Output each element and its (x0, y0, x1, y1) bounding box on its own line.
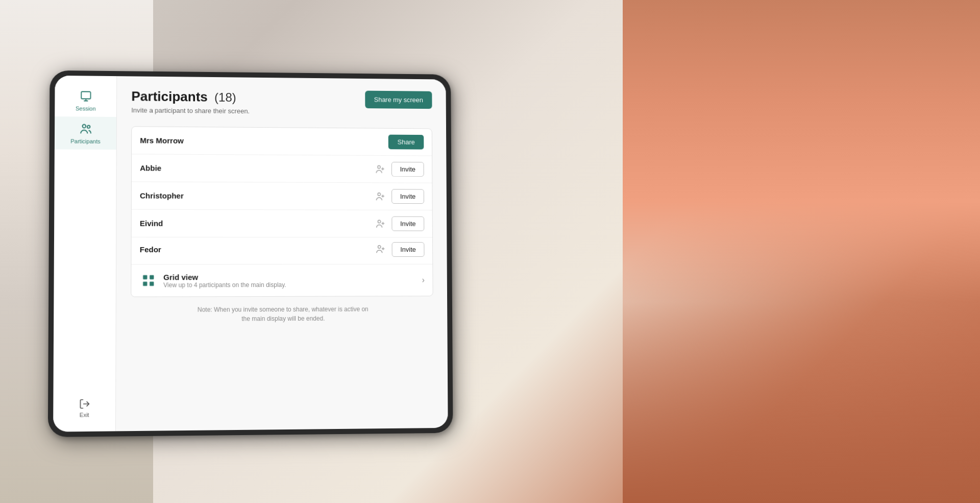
invite-button[interactable]: Invite (391, 217, 424, 231)
chevron-right-icon: › (422, 276, 424, 285)
page-title: Participants (18) (131, 88, 250, 105)
tablet-screen: Session Participants (53, 76, 448, 432)
participant-actions: Share (388, 135, 424, 150)
participants-icon (78, 122, 93, 136)
participant-name: Abbie (140, 163, 373, 173)
svg-point-2 (87, 126, 90, 128)
note-line1: Note: When you invite someone to share, … (198, 305, 369, 313)
grid-view-row[interactable]: Grid view View up to 4 participants on t… (131, 264, 432, 297)
person-share-icon (374, 242, 388, 256)
invite-button[interactable]: Invite (391, 242, 424, 257)
person-share-icon (374, 189, 388, 204)
invite-button[interactable]: Invite (391, 162, 424, 177)
note-line2: the main display will be ended. (241, 315, 325, 323)
grid-view-title: Grid view (163, 272, 286, 281)
svg-rect-8 (143, 275, 147, 279)
participants-label: Participants (70, 138, 100, 144)
participant-actions: Invite (374, 217, 424, 231)
svg-point-5 (378, 193, 380, 195)
participant-actions: Invite (373, 162, 424, 177)
svg-rect-10 (143, 282, 147, 286)
table-row: Christopher Invite (132, 182, 432, 210)
svg-rect-0 (81, 91, 90, 99)
svg-rect-11 (150, 282, 154, 286)
exit-icon (79, 398, 90, 410)
svg-point-1 (82, 125, 86, 128)
exit-label: Exit (80, 412, 89, 418)
background-right (623, 0, 980, 503)
table-row: Fedor Invite (131, 237, 432, 264)
participant-name: Eivind (140, 219, 374, 228)
tablet-device: Session Participants (48, 70, 453, 437)
participants-list: Mrs Morrow Share Abbie (131, 126, 433, 297)
participant-name: Christopher (140, 191, 374, 200)
participant-actions: Invite (374, 189, 424, 204)
note-text: Note: When you invite someone to share, … (131, 304, 433, 324)
svg-point-7 (378, 246, 380, 248)
share-my-screen-button[interactable]: Share my screen (365, 91, 432, 109)
invite-button[interactable]: Invite (391, 189, 424, 204)
session-label: Session (76, 105, 96, 111)
table-row: Mrs Morrow Share (132, 127, 432, 156)
session-icon (79, 89, 93, 103)
grid-view-text: Grid view View up to 4 participants on t… (163, 272, 286, 288)
sidebar-exit[interactable]: Exit (53, 393, 115, 423)
sidebar-item-session[interactable]: Session (55, 84, 116, 117)
grid-view-subtitle: View up to 4 participants on the main di… (163, 281, 286, 288)
person-share-icon (374, 217, 388, 231)
participant-count: (18) (214, 90, 236, 104)
grid-icon (140, 272, 157, 289)
participant-actions: Invite (374, 242, 424, 257)
participant-name: Fedor (140, 245, 374, 253)
sidebar: Session Participants (53, 76, 117, 432)
svg-point-6 (378, 220, 380, 223)
svg-rect-9 (150, 275, 154, 279)
svg-point-4 (378, 165, 380, 168)
page-title-text: Participants (131, 88, 208, 104)
page-subtitle: Invite a participant to share their scre… (131, 106, 250, 115)
table-row: Abbie Invite (132, 154, 432, 183)
page-header: Participants (18) Invite a participant t… (131, 88, 432, 116)
participant-name: Mrs Morrow (140, 136, 388, 146)
person-share-icon (373, 162, 387, 176)
main-content: Participants (18) Invite a participant t… (116, 76, 448, 431)
header-left: Participants (18) Invite a participant t… (131, 88, 250, 115)
sidebar-item-participants[interactable]: Participants (55, 116, 116, 150)
share-button[interactable]: Share (388, 135, 424, 150)
table-row: Eivind Invite (132, 210, 432, 238)
